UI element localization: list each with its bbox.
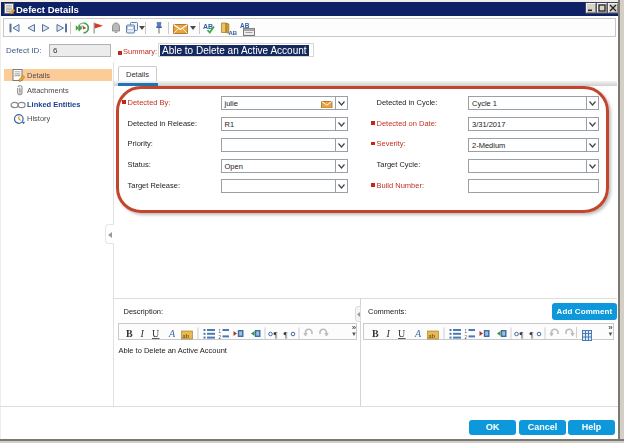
svg-text:¶: ¶ bbox=[519, 330, 523, 340]
svg-text:B: B bbox=[126, 328, 133, 339]
svg-text:1: 1 bbox=[464, 329, 467, 334]
svg-text:¶: ¶ bbox=[274, 330, 278, 340]
svg-text:2: 2 bbox=[464, 335, 467, 340]
svg-text:B: B bbox=[372, 328, 379, 339]
svg-text:U: U bbox=[152, 328, 160, 339]
svg-text:ab: ab bbox=[183, 332, 190, 340]
svg-text:AB: AB bbox=[229, 30, 238, 36]
svg-text:2: 2 bbox=[219, 335, 222, 340]
svg-text:A: A bbox=[414, 328, 422, 339]
svg-text:¶: ¶ bbox=[284, 330, 288, 340]
svg-text:I: I bbox=[385, 328, 390, 339]
svg-text:AB: AB bbox=[240, 22, 250, 29]
svg-text:ab: ab bbox=[428, 332, 435, 340]
svg-text:U: U bbox=[398, 328, 406, 339]
svg-text:I: I bbox=[140, 328, 145, 339]
svg-text:A: A bbox=[168, 328, 176, 339]
svg-text:1: 1 bbox=[219, 329, 222, 334]
svg-text:¶: ¶ bbox=[529, 330, 533, 340]
